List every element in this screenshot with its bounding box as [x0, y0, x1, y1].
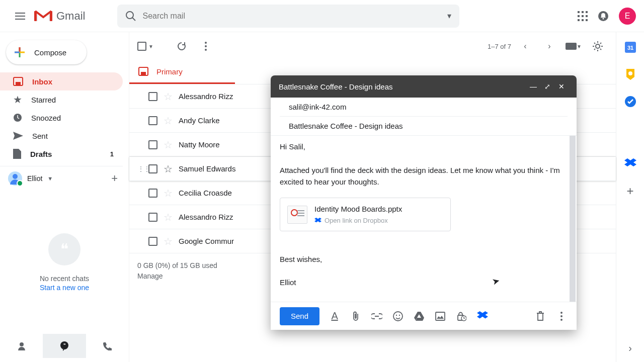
close-button[interactable]: ✕	[554, 79, 569, 94]
prev-page-button[interactable]: ‹	[515, 36, 535, 56]
trash-icon	[536, 311, 544, 321]
star-icon: ★	[13, 94, 22, 106]
row-checkbox[interactable]	[148, 189, 157, 198]
more-options-button[interactable]	[555, 312, 568, 321]
hangouts-tab-calls[interactable]	[86, 334, 129, 358]
inbox-icon	[13, 77, 23, 86]
hangouts-tab-contacts[interactable]	[0, 334, 43, 358]
main-menu-button[interactable]	[8, 4, 32, 28]
keep-addon-icon[interactable]	[624, 68, 636, 80]
discard-draft-button[interactable]	[534, 311, 546, 321]
insert-drive-button[interactable]	[413, 312, 425, 321]
collapse-panel-button[interactable]: ›	[624, 342, 636, 354]
star-toggle[interactable]: ☆	[164, 235, 173, 247]
gear-icon	[592, 41, 603, 52]
svg-rect-8	[586, 15, 588, 17]
attachment-card[interactable]: Identity Mood Boards.pptx Open link on D…	[280, 198, 451, 231]
confidential-mode-button[interactable]	[455, 311, 467, 321]
sender-name: Alessandro Rizz	[179, 92, 233, 101]
close-icon: ✕	[558, 82, 565, 90]
drag-handle-icon[interactable]: ⋮⋮	[137, 165, 142, 173]
account-avatar[interactable]: E	[619, 8, 636, 25]
hangouts-quote-icon: ❝	[48, 233, 80, 265]
insert-link-button[interactable]	[371, 313, 383, 319]
star-toggle[interactable]: ☆	[164, 115, 173, 127]
insert-photo-button[interactable]	[434, 312, 446, 321]
photo-icon	[435, 312, 445, 321]
hangouts-panel: ❝ No recent chats Start a new one	[0, 191, 129, 334]
to-field[interactable]: salil@ink-42.com	[280, 98, 568, 117]
attach-file-button[interactable]	[350, 311, 362, 321]
sent-icon	[13, 132, 23, 140]
svg-point-34	[399, 314, 400, 315]
subject-field[interactable]: Battlesnake Coffee - Design ideas	[280, 117, 568, 135]
more-button[interactable]	[196, 36, 216, 56]
star-toggle[interactable]: ☆	[164, 90, 173, 103]
compose-scrollbar[interactable]	[570, 136, 576, 302]
row-checkbox[interactable]	[148, 164, 157, 173]
sender-name: Samuel Edwards	[179, 164, 235, 173]
keyboard-icon	[566, 43, 577, 50]
body-closing: Best wishes,	[280, 253, 568, 265]
side-panel: 31 + ›	[616, 32, 644, 362]
expand-icon: ⤢	[544, 82, 550, 90]
refresh-button[interactable]	[172, 36, 192, 56]
dropbox-icon	[314, 218, 321, 224]
hangouts-tab-chats[interactable]: ❞	[43, 334, 86, 358]
search-input[interactable]	[142, 12, 447, 21]
svg-point-13	[603, 18, 604, 19]
row-checkbox[interactable]	[148, 213, 157, 222]
compose-header[interactable]: Battlesnake Coffee - Design ideas — ⤢ ✕	[271, 75, 577, 98]
compose-button[interactable]: Compose	[6, 40, 87, 64]
sidebar-item-inbox[interactable]: Inbox	[0, 72, 123, 90]
row-checkbox[interactable]	[148, 116, 157, 125]
compose-body[interactable]: Hi Salil, Attached you'll find the deck …	[271, 136, 577, 302]
search-options-dropdown[interactable]: ▾	[447, 11, 451, 21]
row-checkbox[interactable]	[148, 237, 157, 246]
next-page-button[interactable]: ›	[539, 36, 559, 56]
drafts-icon	[13, 149, 21, 159]
sidebar-item-drafts[interactable]: Drafts 1	[0, 145, 123, 163]
body-signature: Elliot	[280, 277, 568, 288]
sidebar-item-snoozed[interactable]: Snoozed	[0, 109, 123, 127]
calendar-addon-icon[interactable]: 31	[624, 41, 636, 53]
pagination-text: 1–7 of 7	[488, 43, 511, 50]
sidebar-user-chip[interactable]: Elliot ▼ +	[0, 166, 129, 191]
chevron-down-icon: ▼	[47, 175, 53, 182]
settings-button[interactable]	[588, 36, 608, 56]
input-tools-button[interactable]: ▼	[564, 36, 584, 56]
send-button[interactable]: Send	[280, 307, 319, 325]
formatting-button[interactable]: A	[329, 310, 341, 322]
row-checkbox[interactable]	[148, 92, 157, 101]
insert-dropbox-button[interactable]	[476, 311, 489, 321]
notifications-icon[interactable]	[598, 11, 609, 22]
sidebar-item-sent[interactable]: Sent	[0, 127, 123, 145]
star-toggle[interactable]: ☆	[164, 211, 173, 223]
tasks-addon-icon[interactable]	[624, 96, 636, 108]
gmail-logo[interactable]: Gmail	[34, 9, 85, 23]
start-new-chat-link[interactable]: Start a new one	[40, 284, 89, 292]
sender-name: Andy Clarke	[179, 116, 220, 125]
fullscreen-button[interactable]: ⤢	[540, 79, 554, 94]
star-toggle[interactable]: ☆	[164, 139, 173, 151]
tab-primary[interactable]: Primary	[129, 60, 235, 84]
hangouts-tabs: ❞	[0, 334, 129, 358]
search-bar[interactable]: ▾	[117, 5, 459, 28]
sender-name: Natty Moore	[179, 140, 220, 149]
paperclip-icon	[352, 311, 359, 321]
minimize-button[interactable]: —	[526, 79, 540, 94]
row-checkbox[interactable]	[148, 140, 157, 149]
dropbox-addon-icon[interactable]	[624, 158, 636, 170]
sidebar-item-starred[interactable]: ★ Starred	[0, 90, 123, 109]
phone-icon	[103, 341, 112, 350]
sender-name: Cecilia Croasde	[179, 189, 232, 197]
compose-title: Battlesnake Coffee - Design ideas	[279, 82, 393, 91]
star-toggle[interactable]: ☆	[164, 163, 173, 175]
star-toggle[interactable]: ☆	[164, 187, 173, 199]
add-contact-button[interactable]: +	[111, 172, 118, 185]
apps-grid-icon[interactable]	[578, 11, 588, 21]
insert-emoji-button[interactable]	[392, 311, 404, 321]
select-all-checkbox[interactable]: ▼	[137, 42, 153, 51]
minimize-icon: —	[530, 82, 537, 90]
add-addon-button[interactable]: +	[624, 185, 636, 197]
